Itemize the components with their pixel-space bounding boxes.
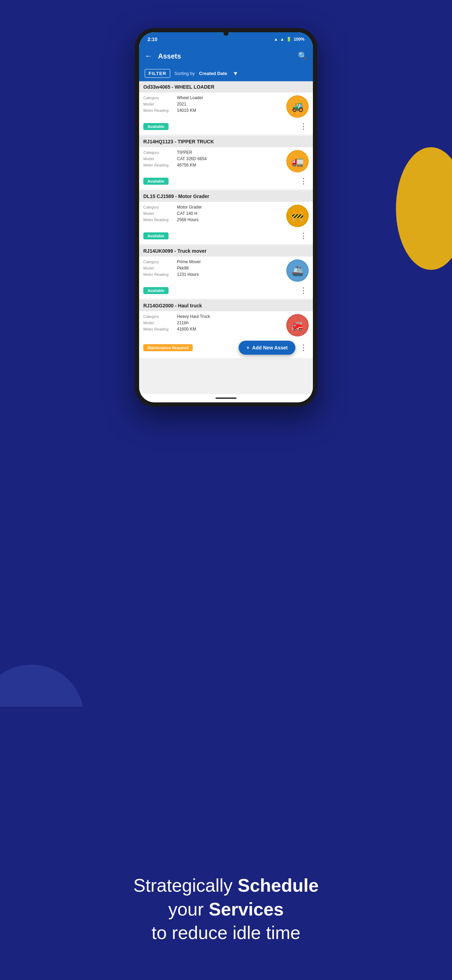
model-label-0: Model: [143, 102, 175, 106]
asset-footer-3: Available ⋮: [139, 285, 313, 299]
vehicle-icon-1: 🚛: [291, 156, 304, 167]
category-label-2: Category: [143, 205, 175, 209]
model-value-3: Pkk98: [177, 266, 188, 270]
asset-image-4: 🚒: [286, 314, 309, 336]
status-badge-0: Available: [143, 123, 169, 130]
asset-category-field-0: Category Wheel Loader: [143, 95, 283, 100]
filter-bar: FILTER Sorting by Created Date ▼: [139, 66, 313, 81]
meter-value-4: 41600 KM: [177, 327, 196, 332]
asset-card-body-0: Category Wheel Loader Model 2021 Meter R…: [139, 92, 313, 121]
back-button[interactable]: ←: [145, 51, 153, 60]
asset-card-body-3: Category Prime Mover Model Pkk98 Meter R…: [139, 256, 313, 285]
asset-footer-4: Maintenance Required +Add New Asset ⋮: [139, 339, 313, 358]
model-value-2: CAT 140 H: [177, 211, 197, 216]
more-options-button-0[interactable]: ⋮: [298, 122, 309, 131]
search-button[interactable]: 🔍: [298, 51, 307, 60]
asset-info-0: Category Wheel Loader Model 2021 Meter R…: [143, 95, 283, 114]
asset-category-field-4: Category Heavy Haul Truck: [143, 314, 283, 319]
asset-card-body-2: Category Motor Grader Model CAT 140 H Me…: [139, 202, 313, 230]
status-badge-2: Available: [143, 232, 169, 239]
asset-card-header-3: RJ14UK0099 - Truck mover: [139, 245, 313, 256]
sorting-label: Sorting by: [175, 71, 195, 76]
model-label-3: Model: [143, 266, 175, 270]
asset-footer-1: Available ⋮: [139, 175, 313, 189]
meter-value-2: 2568 Hours: [177, 217, 199, 222]
category-value-4: Heavy Haul Truck: [177, 314, 210, 319]
asset-card: RJ14UK0099 - Truck mover Category Prime …: [139, 245, 313, 299]
vehicle-icon-4: 🚒: [291, 320, 304, 331]
signal-icon: ▲: [280, 37, 284, 42]
asset-model-field-2: Model CAT 140 H: [143, 211, 283, 216]
asset-card-header-4: RJ14GG2000 - Haul truck: [139, 300, 313, 311]
meter-value-1: 46756 KM: [177, 162, 196, 167]
category-label-3: Category: [143, 260, 175, 264]
asset-card-header-0: Od33w4065 - WHEEL LOADER: [139, 81, 313, 92]
more-options-button-1[interactable]: ⋮: [298, 177, 309, 186]
category-label-0: Category: [143, 96, 175, 100]
bg-yellow-decoration: [396, 147, 452, 270]
screen-content: 2:10 ▲ ▲ 🔋 100% ← Assets 🔍 FILTE: [139, 32, 313, 402]
meter-label-1: Meter Reading: [143, 163, 175, 167]
asset-card: RJ14HQ1123 - TIPPER TRUCK Category TIPPE…: [139, 136, 313, 189]
marketing-line2-bold: Services: [209, 899, 284, 920]
page-title: Assets: [158, 52, 292, 60]
asset-card-body-4: Category Heavy Haul Truck Model 211bh Me…: [139, 311, 313, 339]
category-label-1: Category: [143, 150, 175, 154]
phone-wrapper: 2:10 ▲ ▲ 🔋 100% ← Assets 🔍 FILTE: [135, 28, 317, 407]
asset-card-body-1: Category TIPPER Model CAT 326D 6654 Mete…: [139, 147, 313, 175]
asset-image-0: 🚜: [286, 95, 309, 118]
asset-meter-field-3: Meter Reading 1231 Hours: [143, 272, 283, 277]
meter-label-4: Meter Reading: [143, 327, 175, 331]
category-label-4: Category: [143, 314, 175, 318]
battery-percent: 100%: [294, 37, 304, 42]
more-options-button-4[interactable]: ⋮: [298, 343, 309, 352]
add-new-asset-button[interactable]: +Add New Asset: [239, 341, 295, 355]
home-bar: [215, 398, 237, 399]
model-label-4: Model: [143, 321, 175, 325]
marketing-line1: Strategically: [134, 875, 232, 896]
asset-image-1: 🚛: [286, 150, 309, 172]
meter-value-3: 1231 Hours: [177, 272, 199, 277]
asset-category-field-3: Category Prime Mover: [143, 259, 283, 264]
vehicle-icon-0: 🚜: [291, 101, 304, 113]
wifi-icon: ▲: [274, 37, 278, 42]
asset-info-1: Category TIPPER Model CAT 326D 6654 Mete…: [143, 150, 283, 169]
more-options-button-3[interactable]: ⋮: [298, 286, 309, 295]
model-value-0: 2021: [177, 102, 186, 107]
asset-card: Od33w4065 - WHEEL LOADER Category Wheel …: [139, 81, 313, 135]
marketing-text: Strategically Schedule your Services to …: [134, 874, 319, 945]
sorting-value: Created Date: [199, 71, 227, 76]
fab-label: Add New Asset: [252, 345, 288, 350]
asset-model-field-3: Model Pkk98: [143, 266, 283, 270]
asset-card-header-1: RJ14HQ1123 - TIPPER TRUCK: [139, 136, 313, 147]
model-value-4: 211bh: [177, 320, 188, 325]
home-indicator: [139, 394, 313, 402]
vehicle-icon-3: 🚢: [291, 265, 304, 277]
category-value-0: Wheel Loader: [177, 95, 203, 100]
model-value-1: CAT 326D 6654: [177, 156, 207, 161]
marketing-line3: to reduce idle time: [152, 923, 301, 943]
asset-model-field-4: Model 211bh: [143, 320, 283, 325]
sorting-dropdown-icon[interactable]: ▼: [232, 70, 238, 77]
asset-footer-0: Available ⋮: [139, 121, 313, 135]
filter-button[interactable]: FILTER: [145, 69, 170, 78]
asset-card-header-2: DL15 CJ1589 - Motor Grader: [139, 191, 313, 202]
assets-list: Od33w4065 - WHEEL LOADER Category Wheel …: [139, 81, 313, 394]
marketing-line2: your: [168, 899, 204, 920]
battery-icon: 🔋: [286, 37, 291, 42]
meter-label-0: Meter Reading: [143, 108, 175, 113]
phone-screen: 2:10 ▲ ▲ 🔋 100% ← Assets 🔍 FILTE: [139, 32, 313, 402]
asset-category-field-2: Category Motor Grader: [143, 205, 283, 210]
asset-info-3: Category Prime Mover Model Pkk98 Meter R…: [143, 259, 283, 278]
model-label-1: Model: [143, 157, 175, 161]
meter-label-3: Meter Reading: [143, 272, 175, 277]
more-options-button-2[interactable]: ⋮: [298, 231, 309, 240]
phone-outer: 2:10 ▲ ▲ 🔋 100% ← Assets 🔍 FILTE: [135, 28, 317, 407]
vehicle-icon-2: 🚧: [291, 210, 304, 222]
asset-image-3: 🚢: [286, 259, 309, 282]
asset-model-field-0: Model 2021: [143, 102, 283, 107]
asset-model-field-1: Model CAT 326D 6654: [143, 156, 283, 161]
meter-value-0: 14015 KM: [177, 108, 196, 113]
category-value-1: TIPPER: [177, 150, 192, 155]
status-badge-4: Maintenance Required: [143, 344, 193, 351]
